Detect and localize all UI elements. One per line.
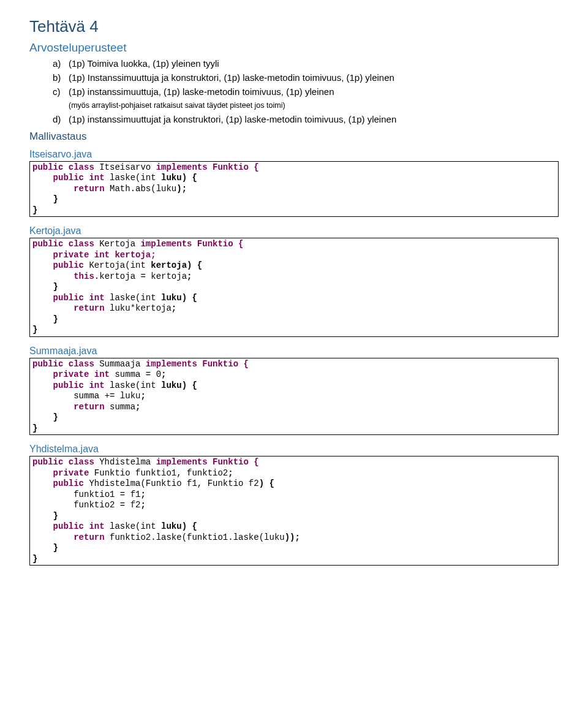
- file-heading-summaaja: Summaaja.java: [29, 346, 559, 357]
- grading-list: a) (1p) Toimiva luokka, (1p) yleinen tyy…: [53, 57, 559, 126]
- list-item: c) (1p) instanssimuuttuja, (1p) laske-me…: [53, 85, 559, 112]
- list-text: (1p) instanssimuuttuja, (1p) laske-metod…: [69, 85, 334, 112]
- code-yhdistelma: public class Yhdistelma implements Funkt…: [29, 456, 559, 566]
- list-text: (1p) instanssimuuttujat ja konstruktori,…: [69, 113, 396, 126]
- list-text: (1p) Instanssimuuttuja ja konstruktori, …: [69, 71, 394, 84]
- list-note: (myös arraylist-pohjaiset ratkaisut saiv…: [69, 101, 285, 110]
- code-summaaja: public class Summaaja implements Funktio…: [29, 358, 559, 436]
- list-marker: c): [53, 85, 69, 112]
- file-heading-kertoja: Kertoja.java: [29, 225, 559, 237]
- list-item: d) (1p) instanssimuuttujat ja konstrukto…: [53, 113, 559, 126]
- file-heading-yhdistelma: Yhdistelma.java: [29, 444, 559, 455]
- list-item: a) (1p) Toimiva luokka, (1p) yleinen tyy…: [53, 57, 559, 70]
- model-answer-heading: Mallivastaus: [29, 131, 559, 143]
- grading-heading: Arvosteluperusteet: [29, 41, 559, 55]
- list-marker: a): [53, 57, 69, 70]
- page-title: Tehtävä 4: [29, 17, 559, 36]
- code-kertoja: public class Kertoja implements Funktio …: [29, 238, 559, 337]
- file-heading-itseisarvo: Itseisarvo.java: [29, 149, 559, 160]
- list-marker: d): [53, 113, 69, 126]
- list-item: b) (1p) Instanssimuuttuja ja konstruktor…: [53, 71, 559, 84]
- code-itseisarvo: public class Itseisarvo implements Funkt…: [29, 161, 559, 218]
- list-marker: b): [53, 71, 69, 84]
- list-text: (1p) Toimiva luokka, (1p) yleinen tyyli: [69, 57, 219, 70]
